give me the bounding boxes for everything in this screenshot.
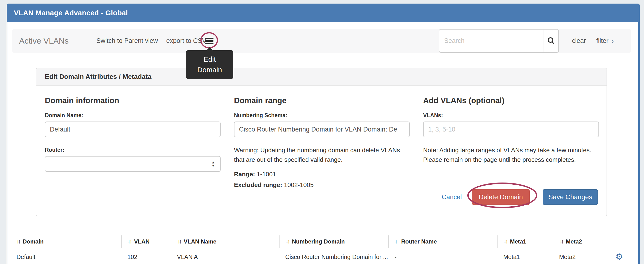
router-label: Router: <box>45 147 221 153</box>
delete-domain-button[interactable]: Delete Domain <box>472 189 530 205</box>
sort-icon: ↓↑ <box>128 239 131 245</box>
excluded-range-label: Excluded range: <box>234 181 282 189</box>
cell-domain: Default <box>10 248 121 264</box>
tooltip-arrow <box>206 47 213 50</box>
range-line: Range: 1-1001 <box>234 171 410 178</box>
window-title-bar: VLAN Manage Advanced - Global <box>7 3 640 22</box>
table-row: Default 102 VLAN A Cisco Router Numberin… <box>10 248 631 264</box>
hamburger-icon <box>205 38 214 39</box>
add-vlans-column: Add VLANs (optional) VLANs: Note: Adding… <box>423 96 599 189</box>
switch-to-parent-view-link[interactable]: Switch to Parent view <box>96 29 158 53</box>
cell-vlan-name: VLAN A <box>171 248 279 264</box>
sort-icon: ↓↑ <box>395 239 398 245</box>
search-button[interactable] <box>544 29 558 52</box>
cell-meta1: Meta1 <box>497 248 553 264</box>
sort-icon: ↓↑ <box>16 239 20 245</box>
tooltip-line1: Edit <box>204 54 216 65</box>
cell-router-name: - <box>388 248 497 264</box>
domain-name-input[interactable] <box>45 122 221 137</box>
column-header-meta2[interactable]: ↓↑ Meta2 <box>553 236 608 248</box>
sort-icon: ↓↑ <box>504 239 507 245</box>
domain-range-heading: Domain range <box>234 96 410 105</box>
column-header-numbering-domain[interactable]: ↓↑ Numbering Domain <box>279 236 388 248</box>
numbering-schema-input[interactable] <box>234 122 410 137</box>
filter-link[interactable]: filter › <box>596 29 614 53</box>
panel-title: Edit Domain Attributes / Metadata <box>45 73 152 80</box>
page-title: VLAN Manage Advanced - Global <box>14 9 128 17</box>
cell-numbering-domain: Cisco Router Numbering Domain for ... <box>279 248 388 264</box>
export-to-csv-link[interactable]: export to CSV <box>166 29 206 53</box>
search-group <box>439 29 559 53</box>
cell-actions: ⚙ <box>608 248 631 264</box>
excluded-range-line: Excluded range: 1002-1005 <box>234 181 410 189</box>
domain-name-label: Domain Name: <box>45 112 221 119</box>
clear-link[interactable]: clear <box>572 29 586 53</box>
range-label: Range: <box>234 171 255 178</box>
vlan-table: ↓↑ Domain ↓↑ VLAN ↓↑ VLAN Name ↓↑ Number… <box>10 236 631 264</box>
vlans-label: VLANs: <box>423 112 599 119</box>
router-select[interactable]: ▲ ▼ <box>45 156 221 172</box>
chevron-right-icon: › <box>611 37 614 44</box>
domain-information-column: Domain information Domain Name: Router: … <box>45 96 221 189</box>
table-header-row: ↓↑ Domain ↓↑ VLAN ↓↑ VLAN Name ↓↑ Number… <box>10 236 631 248</box>
domain-information-heading: Domain information <box>45 96 221 105</box>
sort-icon: ↓↑ <box>286 239 289 245</box>
tooltip-line2: Domain <box>197 65 222 75</box>
numbering-schema-label: Numbering Schema: <box>234 112 410 119</box>
panel-body: Domain information Domain Name: Router: … <box>36 85 606 189</box>
cell-meta2: Meta2 <box>553 248 608 264</box>
active-vlans-heading: Active VLANs <box>19 29 69 53</box>
panel-actions: Cancel Delete Domain Save Changes <box>442 189 598 205</box>
edit-domain-tooltip: Edit Domain <box>186 50 233 79</box>
search-icon <box>547 37 555 45</box>
sort-icon: ↓↑ <box>178 239 181 245</box>
toolbar: Active VLANs Switch to Parent view expor… <box>12 29 631 53</box>
sort-icon: ↓↑ <box>560 239 563 245</box>
save-changes-button[interactable]: Save Changes <box>543 189 598 205</box>
domain-range-column: Domain range Numbering Schema: Warning: … <box>234 96 410 189</box>
vlans-note-text: Note: Adding large ranges of VLANs may t… <box>423 145 599 164</box>
search-input[interactable] <box>439 29 544 52</box>
panel-header: Edit Domain Attributes / Metadata <box>36 68 606 85</box>
column-header-vlan-name[interactable]: ↓↑ VLAN Name <box>171 236 279 248</box>
excluded-range-value: 1002-1005 <box>284 181 314 189</box>
column-header-actions <box>608 236 631 248</box>
cancel-link[interactable]: Cancel <box>442 194 462 201</box>
column-header-vlan[interactable]: ↓↑ VLAN <box>121 236 171 248</box>
gear-icon[interactable]: ⚙ <box>616 253 623 261</box>
select-arrows-icon: ▲ ▼ <box>211 161 215 167</box>
column-header-router-name[interactable]: ↓↑ Router Name <box>388 236 497 248</box>
edit-domain-panel: Edit Domain Attributes / Metadata Domain… <box>36 68 607 216</box>
add-vlans-heading: Add VLANs (optional) <box>423 96 599 105</box>
column-header-meta1[interactable]: ↓↑ Meta1 <box>497 236 553 248</box>
numbering-warning-text: Warning: Updating the numbering domain c… <box>234 145 410 164</box>
column-header-domain[interactable]: ↓↑ Domain <box>10 236 121 248</box>
vlan-manage-page: VLAN Manage Advanced - Global Active VLA… <box>0 0 644 264</box>
cell-vlan: 102 <box>121 248 171 264</box>
range-value: 1-1001 <box>257 171 276 178</box>
vlans-input[interactable] <box>423 122 599 137</box>
